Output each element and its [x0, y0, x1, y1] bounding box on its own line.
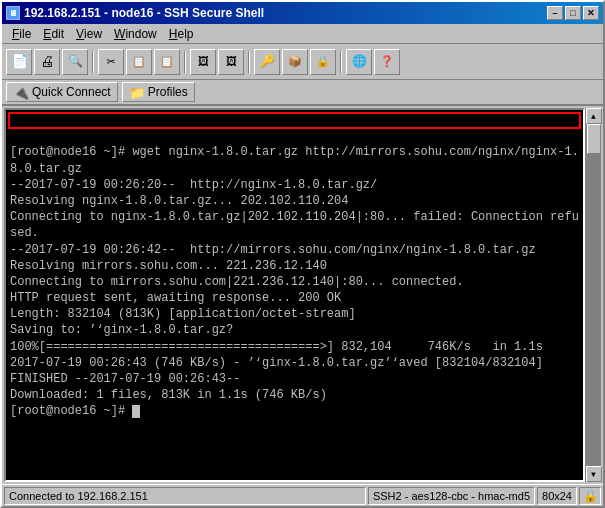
quick-connect-button[interactable]: 🔌 Quick Connect	[6, 82, 118, 102]
toolbar-paste-btn[interactable]: 📋	[154, 49, 180, 75]
scroll-up-arrow[interactable]: ▲	[586, 108, 602, 124]
terminal-line: --2017-07-19 00:26:42-- http://mirrors.s…	[10, 242, 579, 258]
scrollbar[interactable]: ▲ ▼	[585, 108, 601, 482]
toolbar-img2-btn[interactable]: 🖼	[218, 49, 244, 75]
terminal-line: FINISHED --2017-07-19 00:26:43--	[10, 371, 579, 387]
minimize-button[interactable]: –	[547, 6, 563, 20]
status-encryption: SSH2 - aes128-cbc - hmac-md5	[368, 487, 535, 505]
terminal-line: --2017-07-19 00:26:20-- http://nginx-1.8…	[10, 177, 579, 193]
window-title: 192.168.2.151 - node16 - SSH Secure Shel…	[24, 6, 264, 20]
toolbar-search-btn[interactable]: 🔍	[62, 49, 88, 75]
terminal-line: HTTP request sent, awaiting response... …	[10, 290, 579, 306]
toolbar-key-btn[interactable]: 🔑	[254, 49, 280, 75]
terminal-line: Resolving mirrors.sohu.com... 221.236.12…	[10, 258, 579, 274]
menu-window[interactable]: Window	[108, 24, 163, 43]
scroll-track[interactable]	[586, 124, 601, 466]
terminal-line: 100%[===================================…	[10, 339, 579, 355]
terminal-output: [root@node16 ~]# wget nginx-1.8.0.tar.gz…	[10, 144, 579, 419]
profiles-button[interactable]: 📁 Profiles	[122, 82, 195, 102]
scroll-thumb[interactable]	[587, 124, 601, 154]
app-icon: 🖥	[6, 6, 20, 20]
toolbar-globe-btn[interactable]: 🌐	[346, 49, 372, 75]
quick-connect-icon: 🔌	[13, 85, 29, 100]
status-icon: 🔒	[583, 489, 598, 503]
toolbar-copy-btn[interactable]: 📋	[126, 49, 152, 75]
maximize-button[interactable]: □	[565, 6, 581, 20]
terminal-line: Connecting to mirrors.sohu.com|221.236.1…	[10, 274, 579, 290]
toolbar-cut-btn[interactable]: ✂	[98, 49, 124, 75]
menu-bar: File Edit View Window Help	[2, 24, 603, 44]
terminal-line: Saving to: ’‘ginx-1.8.0.tar.gz?	[10, 322, 579, 338]
scroll-down-arrow[interactable]: ▼	[586, 466, 602, 482]
terminal-line: [root@node16 ~]# wget nginx-1.8.0.tar.gz…	[10, 144, 579, 176]
toolbar-lock-btn[interactable]: 🔒	[310, 49, 336, 75]
status-icon-pane: 🔒	[579, 487, 601, 505]
toolbar-print-btn[interactable]: 🖨	[34, 49, 60, 75]
status-connection: Connected to 192.168.2.151	[4, 487, 366, 505]
terminal-line: Resolving nginx-1.8.0.tar.gz... 202.102.…	[10, 193, 579, 209]
menu-view[interactable]: View	[70, 24, 108, 43]
toolbar-sep2	[184, 51, 186, 73]
terminal-line: Downloaded: 1 files, 813K in 1.1s (746 K…	[10, 387, 579, 403]
terminal-wrapper: [root@node16 ~]# wget nginx-1.8.0.tar.gz…	[2, 106, 603, 484]
profiles-label: Profiles	[148, 85, 188, 99]
terminal[interactable]: [root@node16 ~]# wget nginx-1.8.0.tar.gz…	[4, 108, 585, 482]
terminal-line: 2017-07-19 00:26:43 (746 KB/s) - ’‘ginx-…	[10, 355, 579, 371]
toolbar-help-btn[interactable]: ❓	[374, 49, 400, 75]
toolbar-sep3	[248, 51, 250, 73]
toolbar: 📄 🖨 🔍 ✂ 📋 📋 🖼 🖼 🔑 📦 🔒 🌐 ❓	[2, 44, 603, 80]
terminal-cursor	[132, 405, 140, 418]
status-bar: Connected to 192.168.2.151 SSH2 - aes128…	[2, 484, 603, 506]
profiles-icon: 📁	[129, 85, 145, 100]
toolbar-pkg-btn[interactable]: 📦	[282, 49, 308, 75]
terminal-line: Length: 832104 (813K) [application/octet…	[10, 306, 579, 322]
menu-help[interactable]: Help	[163, 24, 200, 43]
toolbar-img1-btn[interactable]: 🖼	[190, 49, 216, 75]
quickconnect-bar: 🔌 Quick Connect 📁 Profiles	[2, 80, 603, 106]
quick-connect-label: Quick Connect	[32, 85, 111, 99]
close-button[interactable]: ✕	[583, 6, 599, 20]
toolbar-sep1	[92, 51, 94, 73]
terminal-line: [root@node16 ~]#	[10, 403, 579, 419]
toolbar-new-btn[interactable]: 📄	[6, 49, 32, 75]
menu-file[interactable]: File	[6, 24, 37, 43]
title-bar: 🖥 192.168.2.151 - node16 - SSH Secure Sh…	[2, 2, 603, 24]
terminal-line: Connecting to nginx-1.8.0.tar.gz|202.102…	[10, 209, 579, 241]
menu-edit[interactable]: Edit	[37, 24, 70, 43]
toolbar-sep4	[340, 51, 342, 73]
status-dimensions: 80x24	[537, 487, 577, 505]
terminal-highlight-border	[8, 112, 581, 129]
